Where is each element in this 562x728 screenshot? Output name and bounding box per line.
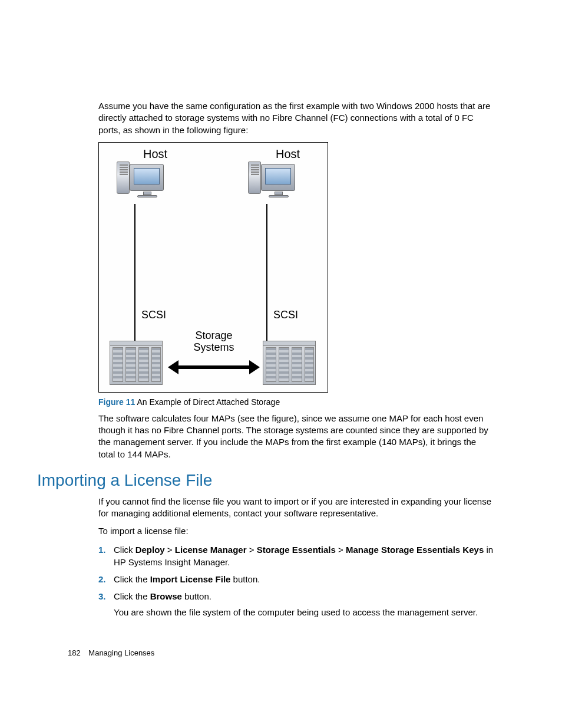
step-number: 1. (98, 543, 106, 556)
connection-line-right (266, 204, 267, 341)
double-arrow-icon (178, 365, 249, 369)
host-computer-right (239, 160, 310, 205)
figure-caption-text: An Example of Direct Attached Storage (137, 397, 280, 407)
storage-system-left (110, 341, 163, 385)
step-3: 3. Click the Browse button. You are show… (98, 590, 494, 618)
storage-system-right (263, 341, 316, 385)
step-number: 2. (98, 573, 106, 585)
connection-line-left (134, 204, 135, 341)
step-1: 1. Click Deploy > License Manager > Stor… (98, 543, 494, 568)
storage-systems-label: Storage Systems (187, 330, 240, 354)
host-label-left: Host (143, 147, 167, 161)
host-label-right: Host (276, 147, 300, 161)
to-import-label: To import a license file: (98, 525, 494, 537)
diagram-direct-attached-storage: Host Host SCSI SCSI Storage Systems (98, 142, 328, 393)
section-heading-importing-license: Importing a License File (37, 471, 494, 490)
step-2: 2. Click the Import License File button. (98, 573, 494, 585)
steps-list: 1. Click Deploy > License Manager > Stor… (98, 543, 494, 618)
figure-number: Figure 11 (98, 397, 135, 407)
host-computer-left (108, 160, 178, 205)
license-intro-paragraph: If you cannot find the license file you … (98, 496, 494, 520)
step-3-note: You are shown the file system of the com… (114, 606, 494, 618)
page-footer: 182 Managing Licenses (68, 648, 154, 657)
scsi-label-right: SCSI (273, 309, 298, 321)
figure-caption: Figure 11 An Example of Direct Attached … (98, 397, 494, 407)
footer-title: Managing Licenses (88, 648, 154, 657)
scsi-label-left: SCSI (141, 309, 166, 321)
step-number: 3. (98, 590, 106, 602)
page-number: 182 (68, 648, 81, 657)
calculation-paragraph: The software calculates four MAPs (see t… (98, 413, 494, 460)
intro-paragraph: Assume you have the same configuration a… (98, 100, 494, 136)
